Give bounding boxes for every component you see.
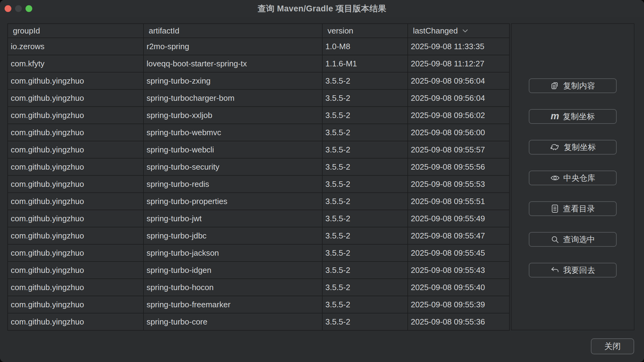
table-row[interactable]: com.github.yingzhuospring-turbo-jackson3… [8,244,509,262]
cell-lastChanged: 2025-09-08 09:56:02 [408,107,509,124]
cell-version: 1.1.6-M1 [322,55,408,72]
cell-version: 3.5.5-2 [322,107,408,124]
cell-lastChanged: 2025-09-08 09:56:04 [408,89,509,107]
cell-version: 3.5.5-2 [322,210,408,227]
action-label: 我要回去 [563,265,595,276]
cell-artifactId: r2mo-spring [143,38,322,55]
dialog-window: 查询 Maven/Gradle 项目版本结果 groupId artifactI… [0,0,644,362]
column-header-lastchanged[interactable]: lastChanged [408,24,509,38]
cell-version: 1.0-M8 [322,38,408,55]
cell-artifactId: spring-turbo-redis [143,175,322,193]
cell-groupId: com.github.yingzhuo [8,313,143,330]
go-back-button[interactable]: 我要回去 [529,263,617,277]
table-row[interactable]: com.github.yingzhuospring-turbo-idgen3.5… [8,262,509,279]
cell-version: 3.5.5-2 [322,296,408,313]
cell-groupId: com.github.yingzhuo [8,227,143,244]
cell-lastChanged: 2025-09-08 09:55:57 [408,141,509,158]
table-row[interactable]: com.github.yingzhuospring-turbo-properti… [8,193,509,210]
cell-lastChanged: 2025-09-08 09:55:40 [408,279,509,296]
table-body: io.zerowsr2mo-spring1.0-M82025-09-08 11:… [8,38,509,330]
table-row[interactable]: com.github.yingzhuospring-turbo-jdbc3.5.… [8,227,509,244]
cell-version: 3.5.5-2 [322,262,408,279]
cell-groupId: com.github.yingzhuo [8,244,143,262]
cell-version: 3.5.5-2 [322,141,408,158]
cell-version: 3.5.5-2 [322,227,408,244]
table-row[interactable]: io.zerowsr2mo-spring1.0-M82025-09-08 11:… [8,38,509,55]
cell-lastChanged: 2025-09-08 09:56:04 [408,72,509,89]
copy-maven-coordinates-button[interactable]: m 复制坐标 [529,109,617,124]
gradle-elephant-icon [550,143,560,151]
copy-content-button[interactable]: 复制内容 [529,78,617,93]
table-row[interactable]: com.github.yingzhuospring-turbo-xxljob3.… [8,107,509,124]
table-header: groupId artifactId version lastChanged [8,24,509,38]
copy-content-icon [550,81,560,90]
cell-groupId: com.github.yingzhuo [8,72,143,89]
cell-artifactId: spring-turbo-jackson [143,244,322,262]
column-header-version[interactable]: version [322,24,408,38]
cell-version: 3.5.5-2 [322,124,408,141]
cell-artifactId: loveqq-boot-starter-spring-tx [143,55,322,72]
cell-groupId: com.github.yingzhuo [8,262,143,279]
central-repository-button[interactable]: 中央仓库 [529,171,617,185]
header-row: groupId artifactId version lastChanged [8,24,509,38]
cell-groupId: com.github.yingzhuo [8,175,143,193]
cell-artifactId: spring-turbo-security [143,158,322,175]
cell-lastChanged: 2025-09-08 11:12:27 [408,55,509,72]
cell-lastChanged: 2025-09-08 09:55:49 [408,210,509,227]
cell-lastChanged: 2025-09-08 09:55:56 [408,158,509,175]
results-table: groupId artifactId version lastChanged [7,23,510,331]
cell-lastChanged: 2025-09-08 09:55:47 [408,227,509,244]
table-row[interactable]: com.github.yingzhuospring-turbo-core3.5.… [8,313,509,330]
cell-groupId: com.github.yingzhuo [8,193,143,210]
cell-artifactId: spring-turbo-idgen [143,262,322,279]
document-list-icon [551,204,559,213]
column-label: artifactId [149,26,179,36]
cell-artifactId: spring-turbo-zxing [143,72,322,89]
cell-version: 3.5.5-2 [322,158,408,175]
cell-version: 3.5.5-2 [322,72,408,89]
action-label: 查看目录 [563,203,595,214]
cell-lastChanged: 2025-09-08 09:55:45 [408,244,509,262]
titlebar: 查询 Maven/Gradle 项目版本结果 [0,0,644,17]
column-header-artifactid[interactable]: artifactId [143,24,322,38]
table-row[interactable]: com.github.yingzhuospring-turbo-hocon3.5… [8,279,509,296]
cell-version: 3.5.5-2 [322,244,408,262]
table-row[interactable]: com.github.yingzhuospring-turbo-redis3.5… [8,175,509,193]
cell-lastChanged: 2025-09-08 09:56:00 [408,124,509,141]
action-label: 复制坐标 [563,111,595,122]
column-label: lastChanged [413,26,458,36]
copy-gradle-coordinates-button[interactable]: 复制坐标 [529,140,617,155]
cell-version: 3.5.5-2 [322,313,408,330]
cell-groupId: com.github.yingzhuo [8,210,143,227]
cell-version: 3.5.5-2 [322,193,408,210]
cell-version: 3.5.5-2 [322,279,408,296]
table-row[interactable]: com.github.yingzhuospring-turbo-zxing3.5… [8,72,509,89]
cell-artifactId: spring-turbo-webmvc [143,124,322,141]
cell-groupId: com.github.yingzhuo [8,279,143,296]
query-selected-button[interactable]: 查询选中 [529,232,617,247]
view-directory-button[interactable]: 查看目录 [529,201,617,216]
cell-lastChanged: 2025-09-08 11:33:35 [408,38,509,55]
cell-groupId: com.github.yingzhuo [8,141,143,158]
close-button[interactable]: 关闭 [591,338,634,354]
table-row[interactable]: com.github.yingzhuospring-turbo-security… [8,158,509,175]
table-row[interactable]: com.github.yingzhuospring-turbo-webmvc3.… [8,124,509,141]
search-icon [551,235,560,244]
chevron-down-icon [462,29,468,33]
table-row[interactable]: com.kfytyloveqq-boot-starter-spring-tx1.… [8,55,509,72]
table-row[interactable]: com.github.yingzhuospring-turbo-jwt3.5.5… [8,210,509,227]
action-panel: 复制内容 m 复制坐标 复制坐标 [511,23,634,330]
table-row[interactable]: com.github.yingzhuospring-turbo-webcli3.… [8,141,509,158]
undo-icon [550,266,560,274]
table-row[interactable]: com.github.yingzhuospring-turbocharger-b… [8,89,509,107]
action-label: 中央仓库 [564,173,595,183]
action-label: 查询选中 [563,234,595,245]
column-header-groupid[interactable]: groupId [8,24,143,38]
window-title: 查询 Maven/Gradle 项目版本结果 [0,0,644,17]
cell-lastChanged: 2025-09-08 09:55:51 [408,193,509,210]
cell-artifactId: spring-turbo-jwt [143,210,322,227]
cell-artifactId: spring-turbo-jdbc [143,227,322,244]
table-row[interactable]: com.github.yingzhuospring-turbo-freemark… [8,296,509,313]
cell-groupId: com.github.yingzhuo [8,124,143,141]
cell-artifactId: spring-turbo-freemarker [143,296,322,313]
